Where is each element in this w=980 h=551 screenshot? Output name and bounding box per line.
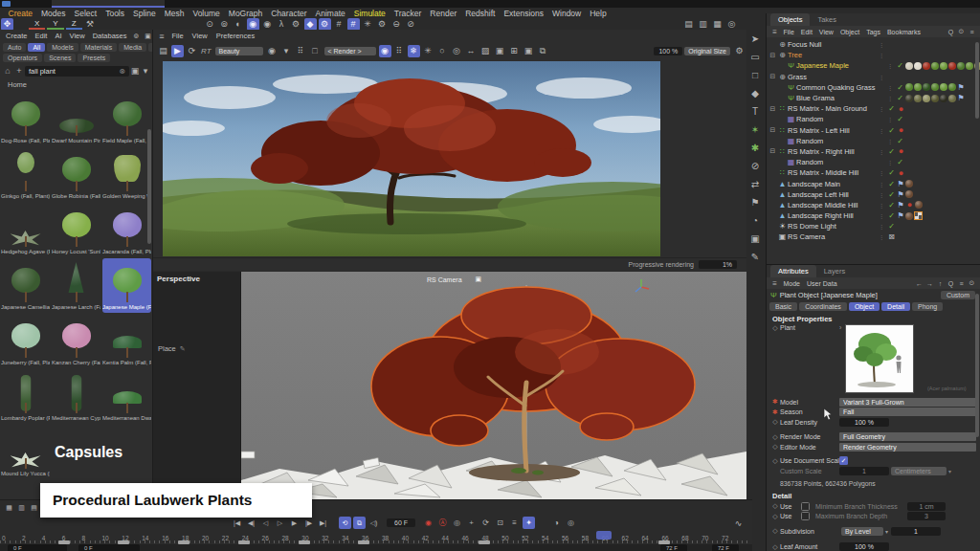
attribute-tab[interactable]: Detail [881,302,910,311]
plant-card[interactable]: Lombardy Poplar (Fall... [1,369,50,424]
object-manager-icon[interactable]: Q [947,26,955,38]
visibility-dots[interactable] [887,138,895,144]
visibility-dots[interactable] [879,212,886,219]
subdivision-mode-dropdown[interactable]: By Level [841,527,883,536]
param-dot[interactable]: ◇ [770,443,780,451]
menu-item[interactable]: Redshift [461,9,500,18]
ball-tag[interactable] [940,95,947,102]
object-menu-item[interactable]: Bookmarks [883,29,924,35]
mode-palette-icon[interactable]: ◆ [749,87,762,99]
expand-icon[interactable]: ⊟ [768,73,777,80]
asset-view-icon[interactable]: ⊚ [132,30,142,42]
timeline-tool-icon[interactable]: ▤ [29,502,39,513]
object-name[interactable]: Landscape Left Hill [788,190,879,199]
enable-check-icon[interactable]: ✓ [886,201,897,209]
ball-tag[interactable] [948,62,956,70]
plant-card[interactable]: Japanese Maple (Fall, ... [102,258,151,313]
transport-button[interactable]: ◀| [245,517,257,529]
plant-card[interactable]: Ginkgo (Fall, Plant) [1,147,50,202]
range-start-field2[interactable]: 0 F [78,544,140,551]
pass-dropdown[interactable]: Beauty [215,47,263,55]
object-row[interactable]: ▲ Landscape Main ✓ ⚑ [768,178,980,188]
record-icon[interactable]: ✦ [523,517,535,529]
stop-tag[interactable]: ● [897,104,905,114]
sidebar-scrollbar[interactable] [147,129,151,244]
asset-menu-item[interactable]: Create [2,32,32,40]
render-view-menu-item[interactable]: Preferences [212,32,258,40]
coord-system-icon[interactable]: ⚒ [84,18,97,31]
asset-tab[interactable]: Materials [80,43,117,52]
asset-subtab[interactable]: Presets [78,54,110,62]
plant-card[interactable]: Dwarf Mountain Pine (... [52,92,100,146]
mode-palette-icon[interactable]: □ [749,69,762,81]
render-button-icon[interactable]: ▥ [697,18,709,31]
object-row[interactable]: ⊟ ⊕ Grass [768,72,980,82]
ball-tag[interactable] [905,62,913,70]
plant-card[interactable]: Japanese Camellia (Fal... [1,258,50,313]
attributes-menu-item[interactable]: Mode [780,280,804,287]
loop-icon[interactable]: ◁) [368,517,380,529]
object-row[interactable]: ▲ Landscape Left Hill ✓ ⚑ [768,189,980,200]
object-row[interactable]: ⊟ ∷ RS Matrix - Main Ground ✓ ● [768,103,980,114]
visibility-dots[interactable] [887,159,895,165]
ball-tag[interactable] [905,180,913,187]
object-name[interactable]: Common Quaking Grass [796,83,887,92]
transport-button[interactable]: ◁ [259,517,272,529]
object-name[interactable]: Japanese Maple [796,61,887,70]
panel-burger-icon[interactable]: ≡ [770,277,779,290]
plant-card[interactable]: Dog-Rose (Fall, Plant) [1,92,50,146]
visibility-dots[interactable] [879,181,886,187]
ball-tag[interactable] [931,83,939,91]
visibility-dots[interactable] [887,116,895,122]
toolbar-icon[interactable]: ◉ [261,18,274,31]
attributes-nav-icon[interactable]: Q [947,277,955,290]
toolbar-icon[interactable]: ⚙ [290,18,302,31]
loop-icon[interactable]: ⧉ [353,517,366,529]
panel-tab[interactable]: Objects [770,13,810,26]
toolbar-icon[interactable]: ⊙ [204,18,216,31]
attributes-nav-icon[interactable]: ≡ [957,277,966,290]
flag-tag[interactable]: ⚑ [957,94,965,102]
object-row[interactable]: ▦ Random ✓ [768,114,980,124]
stop-tag[interactable]: ● [905,200,914,209]
gear-icon[interactable]: ⚙ [733,45,746,57]
ball-tag[interactable] [905,95,913,102]
search-caret-icon[interactable]: ▾ [142,65,149,77]
range-start-field[interactable]: 0 F [8,544,67,551]
ball-tag[interactable] [931,95,939,102]
menu-item[interactable]: Spline [129,9,161,18]
object-row[interactable]: ▣ RS Camera ⊠ [768,231,980,242]
mode-palette-icon[interactable]: ⚑ [749,196,762,209]
render-button-icon[interactable]: ▦ [711,18,724,31]
plant-card[interactable]: Mediterranean Cypres... [52,369,100,424]
param-dot[interactable]: ◇ [770,543,780,551]
menu-item[interactable]: Window [548,9,586,18]
plant-preview[interactable]: (Acer palmatum) [845,324,914,393]
asset-tab[interactable]: Media [119,43,146,52]
enable-check-icon[interactable]: ✓ [886,168,897,177]
use-checkbox[interactable] [801,502,810,511]
visibility-dots[interactable] [879,148,886,155]
param-value-field[interactable]: Fall [839,408,976,416]
viewport-label[interactable]: Perspective [157,275,200,283]
object-manager-scrollbar[interactable] [975,42,979,119]
record-icon[interactable]: ⟳ [479,517,492,529]
param-dot[interactable]: ◇ [770,513,780,520]
visibility-dots[interactable] [887,62,895,69]
range-end-field2[interactable]: 72 F [712,544,739,551]
param-dot[interactable]: ◇ [770,433,780,441]
plant-card[interactable]: Mediterranean Dwarf ... [102,369,151,424]
attributes-nav-icon[interactable]: → [925,277,934,290]
object-name[interactable]: Random [796,158,887,166]
clear-search-icon[interactable]: ⊗ [120,67,125,76]
timeline-tool-icon[interactable]: ▥ [16,502,27,513]
object-row[interactable]: Ψ Common Quaking Grass ✓ ⚑ [768,82,980,93]
ball-tag[interactable] [905,212,913,220]
custom-scale-value[interactable]: 1 [839,467,889,475]
plant-card[interactable]: Kanzan Cherry (Fall, Pl... [52,314,100,368]
detail-param-value[interactable]: 1 cm [907,502,946,511]
object-row[interactable]: ⊕ Focus Null [768,39,980,50]
stop-tag[interactable]: ● [897,168,905,178]
param-dot[interactable]: ◇ [770,418,780,426]
asset-tab[interactable]: All [28,43,45,52]
